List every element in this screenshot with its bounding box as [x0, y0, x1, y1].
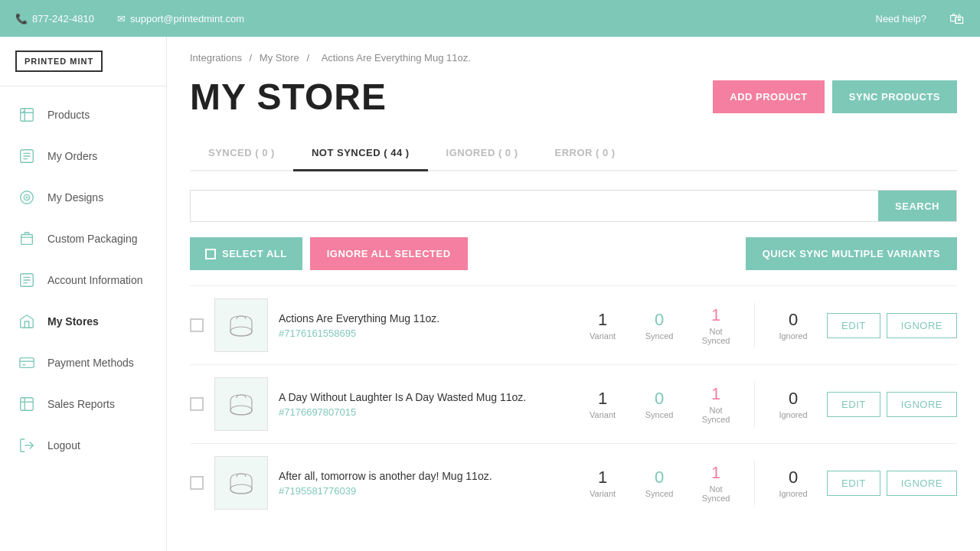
help-link[interactable]: Need help? — [876, 13, 927, 24]
stat-divider-1 — [754, 381, 755, 427]
product-sku-1[interactable]: #7176697807015 — [279, 406, 569, 418]
ignored-label-1: Ignored — [770, 410, 816, 419]
not-synced-label-1: NotSynced — [693, 406, 739, 424]
edit-button-1[interactable]: EDIT — [827, 392, 880, 417]
stat-ignored-2: 0 Ignored — [770, 468, 816, 498]
search-bar: SEARCH — [190, 190, 957, 222]
topbar: 📞 877-242-4810 ✉ support@printedmint.com… — [0, 0, 980, 37]
ignored-label-2: Ignored — [770, 489, 816, 498]
variants-label-2: Variant — [580, 489, 626, 498]
logo: PRINTED MINT — [15, 51, 103, 72]
product-name-1: A Day Without Laughter Is A Day Wasted M… — [279, 391, 569, 403]
not-synced-count-1: 1 — [693, 384, 739, 404]
ignore-all-selected-button[interactable]: IGNORE ALL SELECTED — [310, 237, 468, 270]
row-checkbox-1[interactable] — [190, 397, 204, 411]
stat-divider-0 — [754, 302, 755, 348]
tab-ignored[interactable]: IGNORED ( 0 ) — [428, 136, 537, 171]
page-title: MY STORE — [190, 76, 387, 118]
sidebar-item-my-designs[interactable]: My Designs — [0, 177, 166, 218]
edit-button-2[interactable]: EDIT — [827, 471, 880, 496]
logo-area: PRINTED MINT — [0, 37, 166, 86]
not-synced-label-2: NotSynced — [693, 484, 739, 503]
products-icon — [17, 105, 37, 125]
stat-variants-0: 1 Variant — [580, 310, 626, 341]
page-header: MY STORE ADD PRODUCT SYNC PRODUCTS — [190, 76, 957, 118]
sidebar-item-payment-methods[interactable]: Payment Methods — [0, 342, 166, 383]
main-content: Integrations / My Store / Actions Are Ev… — [167, 37, 980, 551]
tab-not-synced[interactable]: NOT SYNCED ( 44 ) — [293, 136, 428, 171]
tab-synced[interactable]: SYNCED ( 0 ) — [190, 136, 293, 171]
payment-icon — [17, 353, 37, 373]
ignore-button-1[interactable]: IGNORE — [887, 392, 957, 417]
svg-rect-9 — [21, 398, 34, 411]
select-all-button[interactable]: SELECT ALL — [190, 237, 302, 270]
stat-variants-1: 1 Variant — [580, 389, 626, 419]
sidebar-label-my-orders: My Orders — [47, 150, 97, 162]
product-name-0: Actions Are Everything Mug 11oz. — [279, 312, 569, 324]
search-input[interactable] — [191, 191, 878, 221]
reports-icon — [17, 394, 37, 414]
cart-icon[interactable]: 🛍 — [949, 10, 965, 28]
ignore-button-2[interactable]: IGNORE — [887, 471, 957, 496]
product-thumbnail-1 — [214, 377, 268, 431]
table-row: After all, tomorrow is another day! Mug … — [190, 443, 957, 522]
sidebar-item-account-information[interactable]: Account Information — [0, 259, 166, 301]
sidebar-item-my-orders[interactable]: My Orders — [0, 135, 166, 177]
sidebar-item-my-stores[interactable]: My Stores — [0, 301, 166, 342]
stat-not-synced-2: 1 NotSynced — [693, 463, 739, 503]
row-checkbox-0[interactable] — [190, 318, 204, 332]
breadcrumb-sep-2: / — [306, 52, 309, 64]
quick-sync-button[interactable]: QUICK SYNC MULTIPLE VARIANTS — [746, 237, 957, 270]
synced-count-0: 0 — [636, 310, 682, 330]
tab-error[interactable]: ERROR ( 0 ) — [537, 136, 634, 171]
stat-ignored-0: 0 Ignored — [770, 310, 816, 341]
sidebar-label-payment-methods: Payment Methods — [47, 357, 134, 369]
row-checkbox-2[interactable] — [190, 476, 204, 490]
select-all-label: SELECT ALL — [222, 248, 287, 259]
sidebar-item-products[interactable]: Products — [0, 94, 166, 135]
sidebar-label-account-information: Account Information — [47, 274, 143, 286]
designs-icon — [17, 187, 37, 207]
svg-rect-8 — [20, 358, 34, 368]
synced-label-1: Synced — [636, 410, 682, 419]
edit-button-0[interactable]: EDIT — [827, 313, 880, 338]
sidebar-item-logout[interactable]: Logout — [0, 425, 166, 466]
stat-not-synced-0: 1 NotSynced — [693, 305, 739, 345]
email-contact: ✉ support@printedmint.com — [117, 13, 244, 24]
sidebar-label-products: Products — [47, 109, 90, 121]
sidebar-label-custom-packaging: Custom Packaging — [47, 233, 138, 245]
phone-icon: 📞 — [15, 13, 28, 24]
sidebar-label-sales-reports: Sales Reports — [47, 398, 115, 410]
synced-label-0: Synced — [636, 331, 682, 341]
header-buttons: ADD PRODUCT SYNC PRODUCTS — [713, 80, 957, 113]
ignored-count-1: 0 — [770, 389, 816, 409]
packaging-icon — [17, 229, 37, 249]
phone-number: 877-242-4810 — [32, 13, 94, 24]
account-icon — [17, 270, 37, 290]
breadcrumb: Integrations / My Store / Actions Are Ev… — [190, 52, 957, 64]
email-address: support@printedmint.com — [130, 13, 244, 24]
logout-icon — [17, 435, 37, 455]
store-icon — [17, 311, 37, 331]
ignore-button-0[interactable]: IGNORE — [887, 313, 957, 338]
variants-label-0: Variant — [580, 331, 626, 341]
action-btns-2: EDIT IGNORE — [827, 471, 957, 496]
add-product-button[interactable]: ADD PRODUCT — [713, 80, 825, 113]
sync-products-button[interactable]: SYNC PRODUCTS — [832, 80, 957, 113]
search-button[interactable]: SEARCH — [878, 191, 956, 221]
breadcrumb-integrations[interactable]: Integrations — [190, 52, 242, 64]
product-thumbnail-0 — [214, 298, 268, 352]
product-sku-2[interactable]: #7195581776039 — [279, 485, 569, 497]
breadcrumb-my-store[interactable]: My Store — [260, 52, 299, 64]
stat-synced-2: 0 Synced — [636, 468, 682, 498]
product-sku-0[interactable]: #7176161558695 — [279, 328, 569, 339]
orders-icon — [17, 146, 37, 166]
sidebar-item-custom-packaging[interactable]: Custom Packaging — [0, 218, 166, 259]
variants-count-0: 1 — [580, 310, 626, 330]
select-all-checkbox-icon — [205, 249, 216, 259]
synced-count-1: 0 — [636, 389, 682, 409]
svg-point-5 — [26, 197, 28, 199]
sidebar-item-sales-reports[interactable]: Sales Reports — [0, 383, 166, 425]
tabs: SYNCED ( 0 ) NOT SYNCED ( 44 ) IGNORED (… — [190, 136, 957, 171]
product-list: Actions Are Everything Mug 11oz. #717616… — [190, 285, 957, 522]
